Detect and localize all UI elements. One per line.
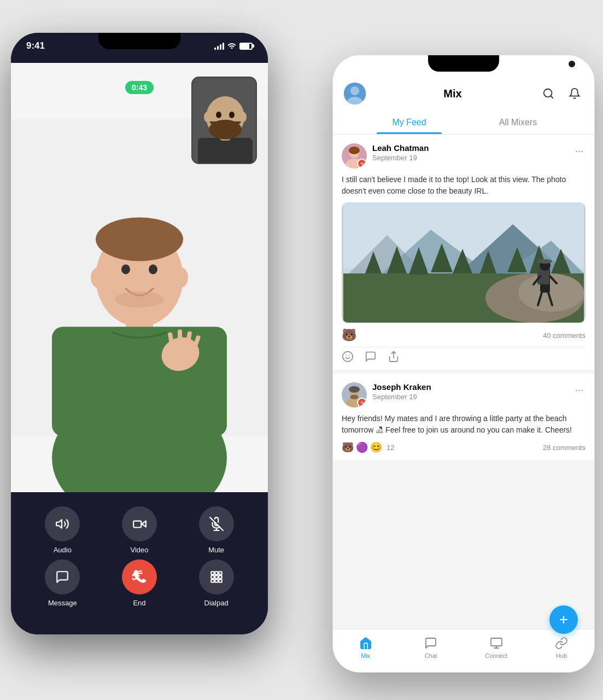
svg-point-4 [96, 218, 183, 261]
post-1-more-button[interactable]: ... [573, 143, 586, 155]
video-area: 0:43 Audio [11, 33, 268, 634]
svg-rect-33 [215, 571, 218, 574]
status-bar-left: 9:41 [11, 40, 268, 51]
user-avatar[interactable] [344, 83, 366, 104]
svg-point-49 [349, 147, 360, 154]
mic-off-icon [209, 517, 224, 531]
post-1-avatar: ✈ [342, 143, 367, 168]
feed-content: ✈ Leah Chatman September 19 ... I still … [333, 135, 594, 629]
post-2-badge: ✈ [357, 398, 367, 407]
comment-icon [365, 351, 377, 363]
post-2-date: September 19 [372, 393, 431, 401]
end-label: End [133, 599, 145, 607]
reactions-count: 12 [387, 444, 394, 452]
video-button[interactable]: Video [122, 506, 157, 554]
connect-icon [489, 636, 504, 650]
post-2-author-name: Joseph Kraken [372, 382, 431, 392]
svg-point-24 [204, 112, 212, 122]
grid-icon [209, 570, 224, 584]
message-button[interactable]: Message [45, 559, 80, 607]
svg-rect-10 [52, 327, 227, 436]
emoji-1: 🐻 [342, 441, 354, 453]
post-2-header: ✈ Joseph Kraken September 19 ... [342, 382, 586, 407]
right-phone: Mix [332, 55, 595, 673]
dialpad-button[interactable]: Dialpad [199, 559, 234, 607]
svg-point-71 [538, 259, 552, 264]
smile-icon [342, 351, 354, 363]
battery-icon [239, 43, 253, 50]
svg-point-83 [349, 386, 360, 393]
post-1-reactions: 🐻 40 comments [342, 328, 586, 342]
end-phone-icon [132, 570, 147, 584]
post-1-actions [342, 347, 586, 363]
svg-rect-32 [211, 571, 214, 574]
end-circle [122, 559, 157, 594]
post-1-author-name: Leah Chatman [372, 143, 429, 153]
comment-button[interactable] [365, 351, 377, 363]
mute-button[interactable]: Mute [199, 506, 234, 554]
status-icons [214, 42, 253, 50]
emoji-2: 🟣 [356, 441, 368, 453]
share-button[interactable] [388, 351, 400, 363]
post-2-reactions: 🐻 🟣 😊 12 28 comments [342, 441, 586, 453]
nav-hub[interactable]: Hub [529, 634, 595, 661]
tab-my-feed[interactable]: My Feed [355, 111, 464, 134]
link-icon [555, 637, 568, 650]
nav-mix[interactable]: Mix [333, 634, 399, 661]
right-phone-notch [428, 55, 499, 72]
post-1-comments-count: 40 comments [543, 331, 586, 340]
search-button[interactable] [540, 85, 557, 102]
post-2-more-button[interactable]: ... [573, 382, 586, 394]
post-1-image [342, 202, 586, 323]
nav-connect[interactable]: Connect [464, 634, 529, 661]
notifications-button[interactable] [566, 85, 583, 102]
svg-rect-38 [211, 579, 214, 582]
nav-chat[interactable]: Chat [399, 634, 464, 661]
post-2-author-info: ✈ Joseph Kraken September 19 [342, 382, 431, 407]
post-card-1: ✈ Leah Chatman September 19 ... I still … [333, 135, 594, 369]
dialpad-label: Dialpad [204, 599, 229, 607]
bottom-nav: Mix Chat [333, 629, 594, 672]
post-2-author-text: Joseph Kraken September 19 [372, 382, 431, 401]
post-1-author-text: Leah Chatman September 19 [372, 143, 429, 162]
mute-circle [199, 506, 234, 541]
svg-point-7 [115, 291, 164, 308]
like-button[interactable] [342, 351, 354, 363]
svg-rect-85 [491, 638, 502, 646]
controls-row-1: Audio Video [24, 506, 255, 554]
svg-marker-28 [142, 521, 146, 527]
svg-marker-26 [56, 520, 62, 528]
svg-point-67 [518, 273, 584, 312]
svg-rect-35 [211, 575, 214, 578]
audio-label: Audio [54, 546, 72, 554]
chat-icon [55, 570, 69, 584]
svg-point-22 [216, 112, 221, 118]
svg-rect-18 [198, 138, 253, 164]
svg-rect-36 [215, 575, 218, 578]
audio-button[interactable]: Audio [45, 506, 80, 554]
svg-point-5 [121, 265, 130, 275]
post-2-avatar: ✈ [342, 382, 367, 407]
fab-button[interactable]: + [549, 605, 578, 634]
status-time: 9:41 [26, 40, 45, 51]
video-circle [122, 506, 157, 541]
svg-point-6 [149, 265, 157, 275]
end-call-button[interactable]: End [122, 559, 157, 607]
chat-bubble-icon [424, 637, 437, 650]
nav-connect-label: Connect [485, 652, 507, 659]
post-1-emoji: 🐻 [342, 328, 356, 342]
svg-rect-37 [219, 575, 221, 578]
post-1-author-info: ✈ Leah Chatman September 19 [342, 143, 429, 168]
post-1-text: I still can't believe I made it to the t… [342, 174, 586, 197]
signal-icon [214, 43, 224, 50]
svg-rect-40 [219, 579, 221, 582]
tab-all-mixers[interactable]: All Mixers [464, 111, 572, 134]
svg-point-76 [343, 352, 353, 361]
video-icon [132, 517, 147, 531]
app-tabs: My Feed All Mixers [344, 111, 583, 134]
svg-point-21 [209, 120, 242, 139]
share-icon [388, 351, 400, 363]
svg-rect-34 [219, 571, 221, 574]
video-label: Video [130, 546, 148, 554]
call-controls: Audio Video [11, 506, 268, 612]
